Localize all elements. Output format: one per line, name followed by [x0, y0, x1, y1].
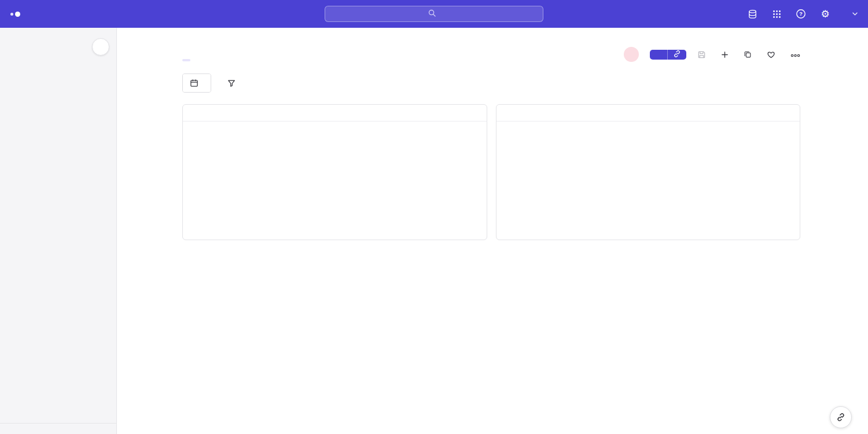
sidebar	[0, 28, 117, 434]
date-range-group	[182, 73, 211, 93]
global-search-input[interactable]	[325, 6, 543, 22]
help-icon[interactable]: ?	[795, 8, 807, 20]
top-navbar: ? ⚙	[0, 0, 868, 28]
date-toolbar	[182, 73, 800, 93]
x-axis-labels	[496, 229, 800, 240]
bar-chart-card	[182, 104, 487, 240]
apps-grid-icon[interactable]	[770, 8, 783, 20]
duplicate-button[interactable]	[744, 50, 756, 58]
add-report-button[interactable]	[721, 51, 733, 58]
more-dots-icon	[790, 50, 800, 59]
share-link-button[interactable]	[667, 50, 686, 60]
share-button-group	[650, 50, 686, 60]
calendar-icon	[190, 79, 198, 87]
title-block	[182, 43, 190, 64]
filter-funnel-icon	[227, 79, 236, 87]
share-link-fab[interactable]	[830, 406, 852, 428]
share-button[interactable]	[650, 50, 667, 60]
help-notification-badge	[804, 7, 808, 11]
horizontal-bar-chart	[183, 122, 487, 132]
bar-card-header	[183, 105, 487, 122]
save-icon	[697, 50, 706, 59]
chevron-down-icon	[852, 12, 858, 16]
app-shell	[0, 28, 868, 434]
line-chart-plot[interactable]	[496, 132, 800, 229]
date-range-picker[interactable]	[183, 74, 211, 92]
heart-icon	[767, 50, 775, 59]
app-root: ? ⚙	[0, 0, 868, 434]
nav-left	[10, 12, 34, 17]
link-icon	[673, 50, 681, 60]
duplicate-icon	[744, 50, 752, 58]
new-dashboard-button[interactable]	[92, 38, 109, 56]
app-logo[interactable]	[10, 12, 20, 17]
sidebar-header	[0, 28, 116, 62]
line-chart-card	[496, 104, 801, 240]
report-cards	[182, 104, 800, 240]
chart-legend	[496, 122, 800, 130]
sidebar-footer	[0, 423, 116, 434]
search-icon	[428, 9, 436, 19]
project-switcher[interactable]	[845, 12, 858, 16]
line-card-header	[496, 105, 800, 122]
page-actions	[624, 47, 800, 62]
data-icon[interactable]	[746, 8, 759, 20]
page-header	[182, 43, 800, 64]
visibility-badge	[182, 59, 190, 61]
favorite-button[interactable]	[767, 50, 779, 59]
nav-right: ? ⚙	[746, 8, 858, 20]
avatar[interactable]	[624, 47, 639, 62]
main-content	[117, 28, 868, 434]
svg-text:?: ?	[799, 11, 803, 17]
save-button[interactable]	[697, 50, 710, 59]
more-options-button[interactable]	[790, 50, 800, 59]
logo-dot-small	[10, 13, 13, 16]
settings-icon[interactable]: ⚙	[819, 8, 832, 20]
logo-dot-large	[15, 12, 20, 17]
plus-icon	[721, 51, 729, 58]
link-icon	[836, 413, 845, 422]
filter-button[interactable]	[227, 79, 240, 87]
